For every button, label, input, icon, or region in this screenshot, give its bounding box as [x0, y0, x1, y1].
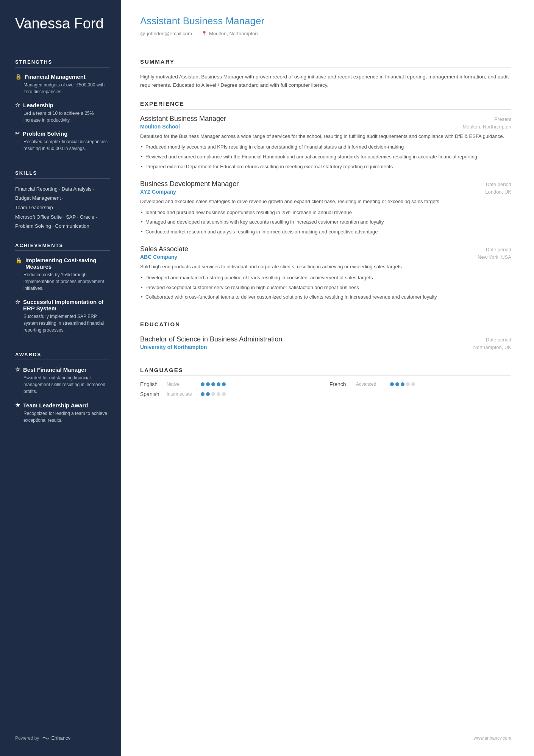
skill-line: Problem Solving · Communication — [15, 222, 110, 231]
email-contact: @ johndoe@email.com — [140, 31, 192, 36]
lang-dots — [201, 392, 226, 396]
lang-dots — [201, 382, 226, 386]
achievement-desc: Successfully implemented SAP ERP system … — [15, 313, 110, 333]
achievements-section-title: ACHIEVEMENTS — [15, 243, 110, 251]
exp-location: New York, USA — [478, 254, 511, 260]
strength-desc: Resolved complex financial discrepancies… — [15, 138, 110, 152]
footer-url: www.enhancv.com — [474, 736, 511, 741]
exp-company: Moulton School — [140, 124, 180, 130]
lang-dot — [206, 382, 210, 386]
strength-desc: Managed budgets of over £500,000 with ze… — [15, 81, 110, 95]
experience-entry: Assistant Business Manager Present Moult… — [140, 115, 511, 171]
lang-dot — [211, 392, 215, 396]
education-title: EDUCATION — [140, 321, 511, 330]
exp-header-row: Sales Associate Date period — [140, 245, 511, 253]
skill-line: Team Leadership · — [15, 203, 110, 213]
location-contact: 📍 Moulton, Northampton — [201, 31, 258, 36]
strength-icon: ☆ — [15, 102, 20, 108]
location-value: Moulton, Northampton — [209, 31, 258, 36]
strength-title: ☆ Leadership — [15, 102, 110, 108]
experience-container: Assistant Business Manager Present Moult… — [140, 115, 511, 311]
award-icon: ★ — [15, 402, 20, 409]
award-label: Team Leadership Award — [23, 402, 88, 409]
award-item: ☆ Best Financial Manager Awarded for out… — [15, 366, 110, 395]
lang-level: Advanced — [356, 382, 386, 387]
exp-bullets: Identified and pursued new business oppo… — [140, 209, 511, 236]
strength-title: 🔒 Financial Management — [15, 74, 110, 80]
language-row: Spanish Intermediate — [140, 391, 322, 397]
strength-label: Financial Management — [25, 74, 86, 80]
skill-line: Microsoft Office Suite · SAP · Oracle · — [15, 213, 110, 222]
award-label: Best Financial Manager — [23, 366, 87, 373]
lang-level: Intermediate — [167, 391, 197, 397]
summary-title: SUMMARY — [140, 58, 511, 67]
strength-label: Leadership — [23, 102, 53, 108]
lang-dot — [411, 382, 415, 386]
education-entry: Bachelor of Science in Business Administ… — [140, 335, 511, 350]
achievement-icon: 🔒 — [15, 257, 22, 264]
edu-school: University of Northampton — [140, 344, 207, 350]
strength-label: Problem Solving — [23, 130, 67, 137]
strengths-section-title: STRENGTHS — [15, 59, 110, 67]
exp-company: ABC Company — [140, 254, 177, 260]
lang-dot — [201, 382, 205, 386]
brand-name: Enhancv — [51, 735, 70, 741]
achievement-desc: Reduced costs by 15% through implementat… — [15, 271, 110, 292]
email-value: johndoe@email.com — [147, 31, 192, 36]
bullet-item: Provided exceptional customer service re… — [140, 284, 511, 292]
lang-dot — [222, 392, 226, 396]
exp-bullets: Produced monthly accounts and KPIs resul… — [140, 143, 511, 171]
summary-text: Highly motivated Assistant Business Mana… — [140, 73, 511, 90]
exp-date: Date period — [486, 182, 511, 187]
exp-company-row: XYZ Company London, UK — [140, 189, 511, 195]
lang-dot — [222, 382, 226, 386]
lang-name: English — [140, 381, 163, 387]
lang-name: Spanish — [140, 391, 163, 397]
lang-dot — [401, 382, 404, 386]
bullet-item: Reviewed and ensured compliance with the… — [140, 153, 511, 161]
bullet-item: Produced monthly accounts and KPIs resul… — [140, 143, 511, 151]
exp-desc: Developed and executed sales strategies … — [140, 198, 511, 206]
contact-line: @ johndoe@email.com 📍 Moulton, Northampt… — [140, 31, 511, 36]
experience-entry: Sales Associate Date period ABC Company … — [140, 245, 511, 301]
achievement-label: Successful Implementation of ERP System — [23, 299, 110, 311]
achievement-icon: ☆ — [15, 299, 20, 305]
bullet-item: Developed and maintained a strong pipeli… — [140, 274, 511, 282]
award-icon: ☆ — [15, 366, 20, 373]
achievement-label: Implementing Cost-saving Measures — [25, 257, 110, 270]
lang-dot — [217, 392, 220, 396]
lang-dot — [395, 382, 399, 386]
languages-title: LANGUAGES — [140, 367, 511, 376]
exp-desc: Deputised for the Business Manager acros… — [140, 133, 511, 141]
lang-dot — [217, 382, 220, 386]
exp-date: Date period — [486, 247, 511, 252]
strengths-list: 🔒 Financial Management Managed budgets o… — [15, 74, 110, 159]
enhancv-logo: Enhancv — [42, 735, 70, 741]
exp-company: XYZ Company — [140, 189, 176, 195]
exp-job-title: Business Development Manager — [140, 180, 239, 188]
experience-title: EXPERIENCE — [140, 100, 511, 110]
bullet-item: Prepared external Department for Educati… — [140, 163, 511, 171]
strength-desc: Led a team of 10 to achieve a 25% increa… — [15, 110, 110, 124]
lang-dot — [406, 382, 410, 386]
bullet-item: Conducted market research and analysis r… — [140, 228, 511, 236]
award-item: ★ Team Leadership Award Recognized for l… — [15, 402, 110, 424]
bullet-item: Identified and pursued new business oppo… — [140, 209, 511, 217]
sidebar: Vanessa Ford STRENGTHS 🔒 Financial Manag… — [0, 0, 121, 756]
lang-dot — [206, 392, 210, 396]
award-title: ☆ Best Financial Manager — [15, 366, 110, 373]
achievement-item: ☆ Successful Implementation of ERP Syste… — [15, 299, 110, 333]
powered-by-label: Powered by — [15, 736, 39, 741]
lang-dots — [390, 382, 415, 386]
language-row: English Native — [140, 381, 322, 387]
achievement-title: ☆ Successful Implementation of ERP Syste… — [15, 299, 110, 311]
awards-list: ☆ Best Financial Manager Awarded for out… — [15, 366, 110, 430]
edu-header-row: Bachelor of Science in Business Administ… — [140, 335, 511, 343]
email-icon: @ — [140, 31, 145, 36]
strength-item: ✂ Problem Solving Resolved complex finan… — [15, 130, 110, 152]
strength-icon: ✂ — [15, 130, 20, 136]
edu-degree: Bachelor of Science in Business Administ… — [140, 335, 282, 343]
experience-entry: Business Development Manager Date period… — [140, 180, 511, 236]
lang-level: Native — [167, 382, 197, 387]
edu-date: Date period — [486, 337, 511, 343]
